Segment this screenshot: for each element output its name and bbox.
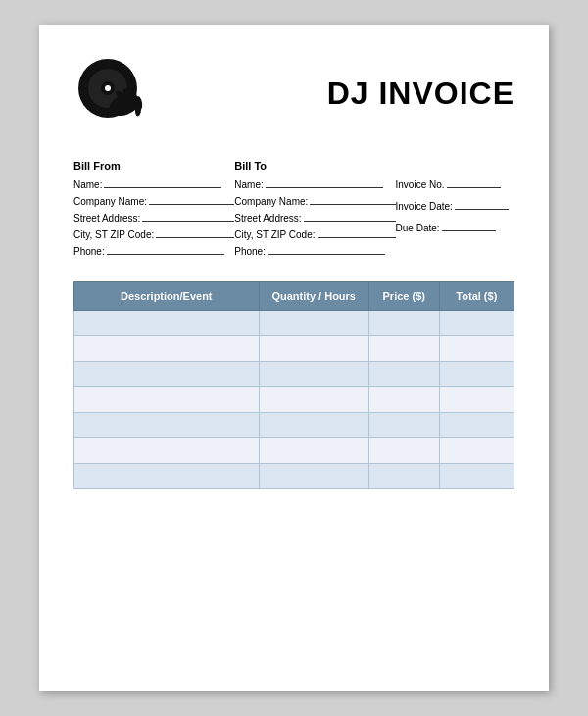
table-cell-1-1[interactable] [259, 336, 368, 362]
table-cell-3-3[interactable] [439, 387, 514, 413]
invoice-date-row: Invoice Date: [396, 198, 514, 212]
invoice-table: Description/Event Quantity / Hours Price… [74, 281, 514, 489]
invoice-date-field[interactable] [455, 198, 509, 210]
bill-from-company-row: Company Name: [74, 193, 234, 207]
bill-from-city-field[interactable] [156, 227, 234, 238]
table-cell-0-3[interactable] [439, 311, 514, 336]
svg-point-3 [105, 85, 111, 91]
bill-to-name-field[interactable] [266, 177, 383, 188]
table-header-row: Description/Event Quantity / Hours Price… [74, 282, 514, 311]
table-cell-0-1[interactable] [259, 311, 368, 336]
bill-to-company-row: Company Name: [234, 193, 395, 207]
col-price: Price ($) [368, 282, 439, 311]
bill-from-street-field[interactable] [142, 210, 234, 222]
invoice-header: DJ INVOICE [74, 54, 514, 132]
table-cell-6-1[interactable] [259, 464, 368, 489]
table-cell-2-0[interactable] [74, 362, 260, 387]
bill-from-column: Bill From Name: Company Name: Street Add… [74, 160, 234, 260]
bill-from-company-field[interactable] [149, 193, 234, 205]
bill-from-header: Bill From [74, 160, 234, 172]
table-cell-5-0[interactable] [74, 438, 260, 464]
bill-to-column: Bill To Name: Company Name: Street Addre… [234, 160, 395, 260]
bill-from-phone-field[interactable] [107, 243, 224, 255]
table-cell-6-2[interactable] [368, 464, 439, 489]
table-cell-2-1[interactable] [259, 362, 368, 387]
table-cell-0-0[interactable] [74, 311, 260, 336]
table-cell-5-2[interactable] [368, 438, 439, 464]
table-cell-1-2[interactable] [368, 336, 439, 362]
table-row[interactable] [74, 413, 514, 438]
bill-to-city-field[interactable] [318, 227, 396, 238]
due-date-label: Due Date: [396, 223, 440, 233]
bill-to-phone-row: Phone: [234, 243, 395, 257]
bill-to-name-label: Name: [234, 179, 263, 190]
table-cell-5-1[interactable] [259, 438, 368, 464]
table-cell-0-2[interactable] [368, 311, 439, 336]
table-cell-4-2[interactable] [368, 413, 439, 438]
table-cell-3-0[interactable] [74, 387, 260, 413]
bill-from-city-row: City, ST ZIP Code: [74, 227, 234, 240]
bill-to-city-label: City, ST ZIP Code: [234, 230, 315, 240]
table-cell-4-1[interactable] [259, 413, 368, 438]
bill-from-name-row: Name: [74, 177, 234, 190]
invoice-title: DJ INVOICE [327, 76, 514, 112]
table-cell-2-2[interactable] [368, 362, 439, 387]
table-cell-3-2[interactable] [368, 387, 439, 413]
dj-logo-icon [74, 54, 152, 132]
table-cell-4-3[interactable] [439, 413, 514, 438]
invoice-page: DJ INVOICE Bill From Name: Company Name:… [39, 25, 549, 691]
bill-to-company-label: Company Name: [234, 196, 308, 207]
bill-from-phone-label: Phone: [74, 246, 105, 257]
invoice-no-label: Invoice No. [396, 179, 445, 190]
bill-to-street-row: Street Address: [234, 210, 395, 224]
table-row[interactable] [74, 336, 514, 362]
bill-to-phone-label: Phone: [234, 246, 266, 257]
table-cell-1-3[interactable] [439, 336, 514, 362]
bill-from-name-field[interactable] [104, 177, 221, 188]
table-cell-3-1[interactable] [259, 387, 368, 413]
invoice-date-label: Invoice Date: [396, 201, 453, 212]
table-cell-2-3[interactable] [439, 362, 514, 387]
bill-from-company-label: Company Name: [74, 196, 147, 207]
invoice-no-field[interactable] [447, 177, 501, 188]
bill-to-street-field[interactable] [304, 210, 396, 222]
table-row[interactable] [74, 438, 514, 464]
bill-to-phone-field[interactable] [268, 243, 385, 255]
bill-to-name-row: Name: [234, 177, 395, 190]
table-row[interactable] [74, 311, 514, 336]
col-description: Description/Event [74, 282, 260, 311]
invoice-info-column: _ Invoice No. Invoice Date: Due Date: [396, 160, 514, 260]
table-row[interactable] [74, 362, 514, 387]
bill-from-street-label: Street Address: [74, 213, 140, 224]
col-quantity: Quantity / Hours [259, 282, 368, 311]
bill-to-street-label: Street Address: [234, 213, 301, 224]
table-cell-5-3[interactable] [439, 438, 514, 464]
invoice-no-row: Invoice No. [396, 177, 514, 190]
due-date-field[interactable] [442, 220, 496, 231]
bill-to-company-field[interactable] [310, 193, 395, 205]
table-cell-4-0[interactable] [74, 413, 260, 438]
bill-from-phone-row: Phone: [74, 243, 234, 257]
logo-area [74, 54, 152, 132]
table-cell-1-0[interactable] [74, 336, 260, 362]
bill-from-street-row: Street Address: [74, 210, 234, 224]
table-cell-6-3[interactable] [439, 464, 514, 489]
bill-from-city-label: City, ST ZIP Code: [74, 230, 154, 240]
due-date-row: Due Date: [396, 220, 514, 233]
col-total: Total ($) [439, 282, 514, 311]
table-cell-6-0[interactable] [74, 464, 260, 489]
bill-from-name-label: Name: [74, 179, 102, 190]
bill-to-city-row: City, ST ZIP Code: [234, 227, 395, 240]
bill-to-header: Bill To [234, 160, 395, 172]
billing-section: Bill From Name: Company Name: Street Add… [74, 160, 514, 260]
table-row[interactable] [74, 387, 514, 413]
table-row[interactable] [74, 464, 514, 489]
